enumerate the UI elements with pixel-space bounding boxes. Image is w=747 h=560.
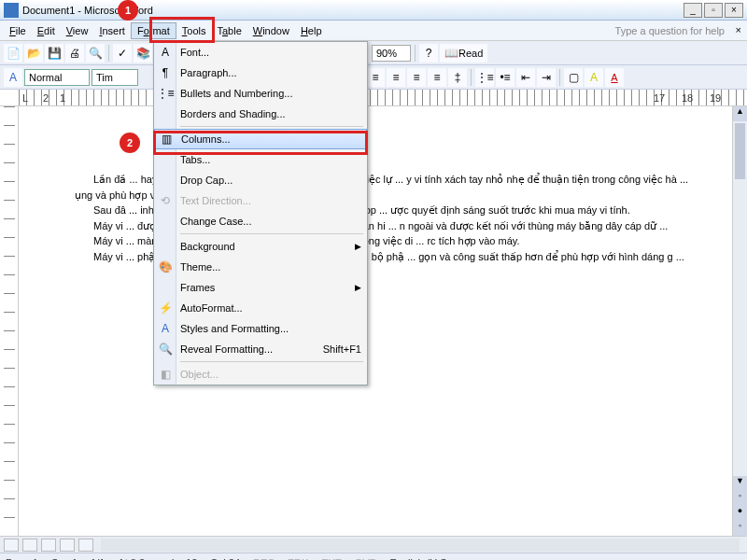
titlebar: Document1 - Microsoft Word _ ▫ × xyxy=(0,0,747,21)
print-layout-button[interactable] xyxy=(41,539,56,552)
annotation-badge-1: 1 xyxy=(118,0,138,21)
theme-icon: 🎨 xyxy=(158,259,173,274)
highlight-button[interactable]: A xyxy=(585,68,603,87)
menu-styles-formatting[interactable]: AStyles and Formatting... xyxy=(154,318,367,339)
menu-autoformat[interactable]: ⚡AutoFormat... xyxy=(154,298,367,318)
research-button[interactable]: 📚 xyxy=(134,44,152,63)
vertical-ruler[interactable] xyxy=(0,106,19,536)
print-button[interactable]: 🖨 xyxy=(65,44,84,63)
menu-bullets[interactable]: ⋮≡Bullets and Numbering... xyxy=(154,83,367,104)
menu-object: ◧Object... xyxy=(154,364,367,385)
font-icon: A xyxy=(158,45,173,60)
menu-font[interactable]: AFont... xyxy=(154,42,367,63)
list-icon: ⋮≡ xyxy=(158,86,173,101)
new-doc-button[interactable]: 📄 xyxy=(4,44,22,63)
bullets-button[interactable]: •≡ xyxy=(496,68,514,87)
menu-table[interactable]: Table xyxy=(211,23,247,38)
font-color-button[interactable]: A xyxy=(605,68,624,87)
status-language: English (U.S. xyxy=(390,557,450,561)
scroll-down-arrow[interactable]: ▼ xyxy=(733,476,747,491)
word-doc-icon xyxy=(4,3,19,18)
status-ovr: OVR xyxy=(355,557,377,561)
status-line: Ln 13 xyxy=(172,557,198,561)
numbering-button[interactable]: ⋮≡ xyxy=(475,68,494,87)
status-ext: EXT xyxy=(321,557,341,561)
menu-help[interactable]: Help xyxy=(295,23,328,38)
normal-view-button[interactable] xyxy=(4,539,19,552)
menu-columns[interactable]: ▥Columns... xyxy=(154,129,367,149)
columns-icon: ▥ xyxy=(159,132,174,147)
spelling-button[interactable]: ✓ xyxy=(113,44,132,63)
justify-button[interactable]: ≡ xyxy=(428,68,446,87)
menu-window[interactable]: Window xyxy=(247,23,295,38)
close-button[interactable]: × xyxy=(725,3,743,18)
object-icon: ◧ xyxy=(158,367,173,382)
print-preview-button[interactable]: 🔍 xyxy=(86,44,105,63)
menu-tools[interactable]: Tools xyxy=(176,23,212,38)
menu-edit[interactable]: Edit xyxy=(32,23,61,38)
browse-object-button[interactable]: ● xyxy=(733,506,747,521)
menu-insert[interactable]: Insert xyxy=(93,23,131,38)
submenu-arrow-icon: ▶ xyxy=(355,242,361,251)
menu-text-direction: ⟲Text Direction... xyxy=(154,190,367,211)
menu-theme[interactable]: 🎨Theme... xyxy=(154,257,367,277)
prev-page-button[interactable]: ◦ xyxy=(733,491,747,506)
menu-paragraph[interactable]: ¶Paragraph... xyxy=(154,63,367,83)
menu-borders[interactable]: Borders and Shading... xyxy=(154,104,367,124)
increase-indent-button[interactable]: ⇥ xyxy=(537,68,556,87)
menu-format[interactable]: Format xyxy=(131,22,176,39)
format-dropdown: AFont... ¶Paragraph... ⋮≡Bullets and Num… xyxy=(153,41,368,385)
minimize-button[interactable]: _ xyxy=(684,3,702,18)
menu-frames[interactable]: Frames▶ xyxy=(154,277,367,298)
menu-view[interactable]: View xyxy=(61,23,94,38)
restore-button[interactable]: ▫ xyxy=(704,3,723,18)
open-button[interactable]: 📂 xyxy=(24,44,43,63)
reading-layout-button[interactable] xyxy=(78,539,93,552)
status-rec: REC xyxy=(253,557,275,561)
align-center-button[interactable]: ≡ xyxy=(387,68,405,87)
line-spacing-button[interactable]: ‡ xyxy=(448,68,467,87)
read-button[interactable]: 📖 Read xyxy=(440,44,487,63)
reveal-icon: 🔍 xyxy=(158,342,173,357)
horizontal-ruler[interactable]: L 2 1 17 18 19 xyxy=(0,90,747,106)
status-at: At 8.3cm xyxy=(118,557,158,561)
autoformat-icon: ⚡ xyxy=(158,301,173,315)
view-bar xyxy=(0,536,747,553)
style-selector[interactable]: Normal xyxy=(24,69,90,86)
annotation-badge-2: 2 xyxy=(120,133,140,153)
web-layout-button[interactable] xyxy=(22,539,37,552)
styles-pane-button[interactable]: A xyxy=(4,68,22,87)
status-bar: Page 1 Sec 1 1/1 At 8.3cm Ln 13 Col 34 R… xyxy=(0,553,747,560)
help-search-box[interactable]: Type a question for help xyxy=(615,25,743,36)
align-right-button[interactable]: ≡ xyxy=(407,68,426,87)
status-section: Sec 1 xyxy=(51,557,78,561)
status-pages: 1/1 xyxy=(91,557,105,561)
menu-tabs[interactable]: Tabs... xyxy=(154,149,367,170)
menu-reveal-formatting[interactable]: 🔍Reveal Formatting...Shift+F1 xyxy=(154,339,367,359)
next-page-button[interactable]: ◦ xyxy=(733,521,747,536)
shortcut-label: Shift+F1 xyxy=(323,343,361,355)
menu-file[interactable]: File xyxy=(4,23,32,38)
menu-background[interactable]: Background▶ xyxy=(154,236,367,257)
borders-button[interactable]: ▢ xyxy=(564,68,583,87)
vertical-scrollbar[interactable]: ▲ ▼ ◦ ● ◦ xyxy=(732,106,747,536)
doc-close-button[interactable]: × xyxy=(736,24,741,35)
scroll-up-arrow[interactable]: ▲ xyxy=(733,106,747,121)
scroll-thumb[interactable] xyxy=(735,123,745,179)
align-left-button[interactable]: ≡ xyxy=(366,68,385,87)
save-button[interactable]: 💾 xyxy=(45,44,63,63)
formatting-toolbar: A Normal Tim ≡ ≡ ≡ ≡ ‡ ⋮≡ •≡ ⇤ ⇥ ▢ A A xyxy=(0,65,747,90)
horizontal-scrollbar[interactable] xyxy=(101,539,740,552)
status-column: Col 34 xyxy=(210,557,240,561)
status-trk: TRK xyxy=(288,557,308,561)
help-button[interactable]: ? xyxy=(419,44,438,63)
menu-change-case[interactable]: Change Case... xyxy=(154,211,367,231)
menu-dropcap[interactable]: Drop Cap... xyxy=(154,170,367,190)
styles-icon: A xyxy=(158,321,173,336)
font-selector[interactable]: Tim xyxy=(92,69,138,86)
status-page: Page 1 xyxy=(6,557,38,561)
outline-view-button[interactable] xyxy=(60,539,75,552)
zoom-box[interactable]: 90% xyxy=(372,45,411,62)
document-area[interactable]: Lần đầ ... hay vi tính thì không ít ngườ… xyxy=(19,106,732,536)
decrease-indent-button[interactable]: ⇤ xyxy=(516,68,535,87)
